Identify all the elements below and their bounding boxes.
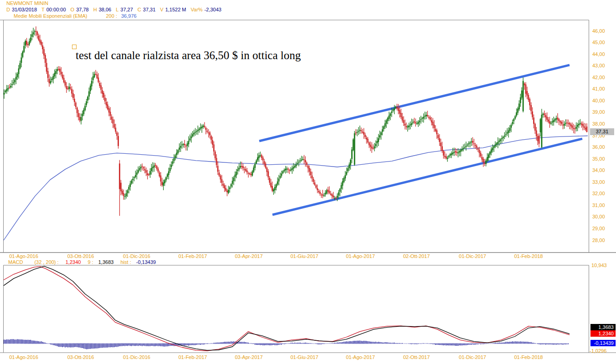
candle-body	[484, 163, 485, 164]
candle-body	[235, 175, 236, 177]
candle-body	[217, 166, 219, 172]
candle-body	[407, 126, 408, 127]
candle-body	[430, 117, 431, 119]
candle-body	[299, 161, 301, 162]
candle-body	[133, 177, 135, 178]
annotation-text[interactable]: test del canale rialzista area 36,50 $ i…	[76, 49, 301, 62]
price-axis-label: 29,00	[592, 226, 605, 231]
candle-body	[205, 128, 206, 130]
candle-body	[174, 158, 175, 161]
candle-body	[296, 164, 297, 166]
candle-body	[100, 86, 102, 90]
candle-body	[568, 123, 569, 124]
ema-indicator-row[interactable]: Medie Mobili Esponenziali (EMA) 200 : 36…	[14, 13, 137, 19]
candle-body	[123, 193, 124, 196]
candle-body	[463, 148, 464, 149]
candle-body	[36, 31, 37, 32]
ema-label: Medie Mobili Esponenziali (EMA)	[14, 13, 87, 19]
candle-body	[283, 170, 285, 172]
macd-signal-value: 1,3683	[98, 259, 114, 265]
candle-body	[465, 146, 467, 147]
candle-body	[159, 172, 160, 176]
candle-body	[395, 107, 396, 108]
candle-body	[176, 153, 177, 156]
candle-body	[570, 124, 572, 126]
candle-body	[120, 183, 122, 192]
candle-body	[103, 93, 104, 97]
candle-body	[557, 117, 559, 119]
candle-body	[15, 77, 17, 80]
candle-body	[82, 114, 83, 116]
annotation-anchor-square[interactable]	[72, 45, 77, 49]
candle-body	[83, 110, 84, 114]
candle-body	[144, 169, 145, 171]
candle-body	[516, 112, 517, 116]
candle-body	[260, 155, 261, 156]
candle-body	[523, 81, 524, 111]
candle-body	[91, 81, 92, 86]
candle-body	[273, 189, 274, 191]
candle-body	[200, 127, 201, 129]
candle-body	[360, 130, 362, 131]
candle-body	[512, 122, 513, 124]
candle-body	[529, 99, 530, 106]
candle-body	[451, 153, 452, 155]
candle-body	[197, 130, 199, 131]
candle-body	[238, 168, 240, 170]
candle-body	[289, 170, 290, 171]
candle-body	[88, 91, 90, 97]
candle-body	[160, 176, 161, 182]
candle-body	[566, 122, 568, 123]
candle-body	[476, 146, 477, 147]
candle-body	[126, 193, 127, 197]
candle-body	[254, 164, 256, 168]
candle-body	[524, 83, 525, 85]
candle-body	[270, 183, 272, 187]
candle-body	[517, 108, 518, 112]
candle-body	[450, 154, 451, 156]
candle-body	[481, 157, 483, 160]
candle-body	[252, 172, 253, 176]
candle-body	[550, 123, 552, 124]
price-axis-label: 42,00	[592, 75, 605, 80]
candle-body	[124, 196, 126, 197]
candle-body	[536, 131, 537, 136]
candle-body	[229, 187, 231, 189]
candle-body	[331, 194, 333, 196]
candle-body	[387, 118, 389, 121]
ohlc-field-key: O	[71, 7, 75, 12]
candle-body	[584, 126, 585, 128]
candle-body	[572, 126, 573, 128]
candle-body	[7, 88, 9, 89]
candle-body	[392, 110, 394, 111]
candle-body	[545, 115, 546, 117]
candle-body	[187, 143, 188, 146]
candle-body	[209, 132, 210, 135]
ohlc-field-key: C	[138, 7, 141, 12]
ema-value: 36,976	[121, 13, 137, 19]
candle-body	[446, 157, 447, 159]
candle-body	[5, 91, 6, 92]
candle-body	[248, 173, 249, 174]
candle-body	[394, 108, 395, 110]
candle-body	[241, 166, 242, 167]
candle-body	[408, 126, 410, 127]
candle-body	[142, 166, 143, 167]
candle-body	[118, 136, 119, 146]
candle-body	[380, 132, 382, 135]
candle-body	[147, 173, 148, 175]
candle-body	[560, 121, 561, 122]
candle-body	[4, 93, 5, 94]
candle-body	[302, 159, 303, 160]
candle-body	[128, 187, 129, 190]
candle-body	[313, 179, 314, 182]
candle-body	[27, 44, 29, 45]
candle-body	[213, 144, 215, 151]
macd-header[interactable]: MACD (32 , 200) : 1,2340 9 : 1,3683 hist…	[8, 259, 156, 265]
price-axis-label: 39,00	[592, 109, 605, 115]
candle-body	[428, 117, 430, 118]
date-axis-label: 01-Giu-2017	[290, 253, 318, 259]
candle-body	[17, 74, 18, 77]
candle-body	[171, 165, 172, 167]
candle-body	[240, 166, 241, 167]
